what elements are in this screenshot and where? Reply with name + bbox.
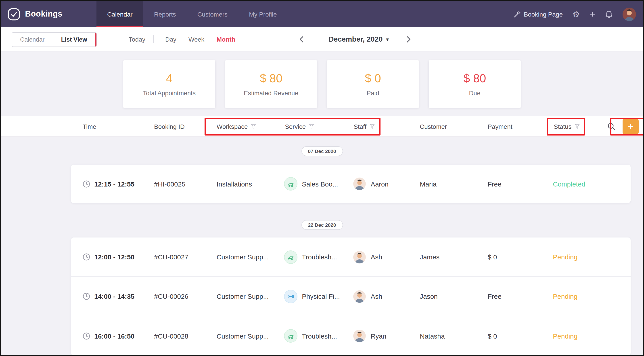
booking-group: 12:15 - 12:55 #HI-00025 Installations Sa… — [71, 164, 630, 203]
cell-staff: Ryan — [348, 330, 412, 342]
user-avatar[interactable] — [622, 7, 636, 21]
column-label: Time — [82, 123, 96, 130]
cell-service: Troublesh... — [275, 250, 348, 264]
staff-filter-icon[interactable] — [370, 124, 374, 129]
today-button[interactable]: Today — [126, 27, 148, 51]
range-week-button[interactable]: Week — [186, 27, 207, 51]
customer-name: Natasha — [420, 332, 445, 340]
stat-card-total-appointments: 4 Total Appointments — [123, 60, 215, 108]
stat-value: 4 — [166, 72, 172, 85]
table-row[interactable]: 12:00 - 12:50 #CU-00027 Customer Supp...… — [71, 238, 630, 277]
bookings-logo-icon — [7, 7, 20, 21]
booking-id: #CU-00027 — [154, 253, 188, 261]
table-row[interactable]: 16:00 - 16:50 #CU-00028 Customer Supp...… — [71, 316, 630, 355]
cell-service: Troublesh... — [275, 329, 348, 342]
range-month-button[interactable]: Month — [214, 27, 238, 51]
service-icon — [284, 177, 298, 191]
primary-nav: Calendar Reports Customers My Profile — [96, 1, 288, 27]
nav-tab-my-profile[interactable]: My Profile — [238, 1, 288, 27]
time-range: 12:15 - 12:55 — [94, 180, 134, 188]
notifications-bell-icon[interactable] — [605, 10, 613, 18]
cell-workspace: Installations — [206, 180, 275, 188]
booking-page-link[interactable]: Booking Page — [514, 11, 563, 18]
column-label: Status — [554, 123, 572, 130]
column-label: Service — [285, 123, 306, 130]
cell-workspace: Customer Supp... — [206, 253, 275, 261]
search-icon[interactable] — [608, 122, 616, 130]
cell-status: Completed — [537, 180, 595, 188]
table-row[interactable]: 14:00 - 14:35 #CU-00026 Customer Supp...… — [71, 277, 630, 316]
view-toggle-calendar[interactable]: Calendar — [12, 33, 53, 46]
cell-customer: Natasha — [412, 332, 474, 340]
stat-value: $ 0 — [365, 72, 381, 85]
staff-name: Ash — [371, 292, 382, 300]
cell-time: 16:00 - 16:50 — [71, 332, 142, 340]
service-name: Troublesh... — [302, 332, 337, 340]
header-actions: + — [595, 119, 643, 134]
stat-value: $ 80 — [463, 72, 486, 85]
service-name: Physical Fi... — [302, 292, 340, 300]
nav-tab-reports[interactable]: Reports — [143, 1, 187, 27]
cell-staff: Ash — [348, 290, 412, 303]
service-filter-icon[interactable] — [309, 124, 314, 129]
staff-avatar — [353, 290, 366, 303]
add-plus-icon[interactable]: + — [590, 9, 595, 19]
bookings-list: 07 Dec 2020 12:15 - 12:55 #HI-00025 Inst… — [1, 137, 643, 355]
time-range: 16:00 - 16:50 — [94, 332, 134, 340]
workspace-filter-icon[interactable] — [251, 124, 256, 129]
cell-service: Sales Boo... — [275, 177, 348, 191]
next-month-chevron-icon[interactable] — [406, 27, 411, 51]
cell-booking-id: #CU-00028 — [142, 332, 206, 340]
cell-booking-id: #HI-00025 — [142, 180, 206, 188]
previous-month-chevron-icon[interactable] — [299, 27, 304, 51]
workspace-name: Customer Supp... — [216, 253, 269, 261]
workspace-name: Customer Supp... — [216, 292, 269, 300]
customer-name: Jason — [420, 292, 438, 300]
settings-gear-icon[interactable]: ⚙ — [572, 10, 580, 18]
status-badge: Pending — [553, 253, 578, 261]
stat-label: Total Appointments — [143, 89, 196, 97]
column-label: Staff — [354, 123, 366, 130]
calendar-toolbar: Calendar List View Today Day Week Month … — [1, 27, 643, 51]
cell-payment: Free — [474, 180, 537, 188]
app-title: Bookings — [25, 10, 62, 19]
app-window: Bookings Calendar Reports Customers My P… — [0, 0, 644, 356]
time-range: 14:00 - 14:35 — [94, 292, 134, 300]
booking-id: #HI-00025 — [154, 180, 185, 188]
status-badge: Completed — [553, 180, 585, 188]
nav-tab-calendar[interactable]: Calendar — [96, 1, 143, 27]
view-toggle-list[interactable]: List View — [53, 33, 97, 46]
top-nav: Bookings Calendar Reports Customers My P… — [1, 1, 643, 27]
nav-tab-label: Reports — [154, 11, 176, 18]
cell-booking-id: #CU-00027 — [142, 253, 206, 261]
cell-payment: $ 0 — [474, 253, 537, 261]
staff-name: Aaron — [371, 180, 388, 188]
cell-service: Physical Fi... — [275, 290, 348, 303]
column-label: Payment — [488, 123, 512, 130]
clock-icon — [82, 180, 90, 188]
add-booking-button[interactable]: + — [622, 119, 639, 134]
column-header-customer: Customer — [412, 123, 474, 130]
nav-tab-label: Calendar — [107, 11, 133, 18]
stat-card-estimated-revenue: $ 80 Estimated Revenue — [225, 60, 317, 108]
stat-label: Estimated Revenue — [244, 89, 298, 97]
column-label: Customer — [420, 123, 447, 130]
summary-stats: 4 Total Appointments $ 80 Estimated Reve… — [1, 51, 643, 116]
payment-value: $ 0 — [488, 332, 497, 340]
range-day-button[interactable]: Day — [162, 27, 179, 51]
booking-page-label: Booking Page — [524, 11, 563, 18]
date-group-badge: 07 Dec 2020 — [301, 146, 343, 156]
nav-tab-customers[interactable]: Customers — [187, 1, 238, 27]
period-selector[interactable]: December, 2020 ▾ — [316, 27, 401, 51]
cell-status: Pending — [537, 332, 595, 340]
column-header-time: Time — [71, 123, 142, 130]
table-header: Time Booking ID Workspace Service Staff … — [1, 116, 643, 137]
status-filter-icon[interactable] — [574, 124, 580, 129]
staff-name: Ryan — [371, 332, 386, 340]
cell-status: Pending — [537, 292, 595, 300]
table-row[interactable]: 12:15 - 12:55 #HI-00025 Installations Sa… — [71, 164, 630, 203]
workspace-name: Customer Supp... — [216, 332, 269, 340]
column-header-service: Service — [275, 123, 348, 130]
status-badge: Pending — [553, 332, 578, 340]
payment-value: Free — [488, 292, 502, 300]
